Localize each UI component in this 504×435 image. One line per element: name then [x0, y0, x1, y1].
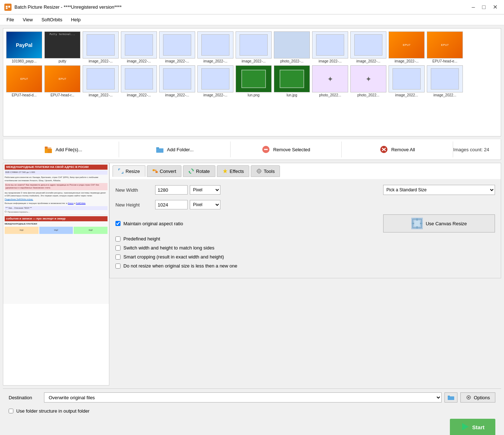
minimize-button[interactable]: –	[469, 3, 477, 11]
close-button[interactable]: ✕	[491, 3, 500, 11]
gallery-thumbnail[interactable]: image_2022-...	[83, 31, 119, 63]
svg-rect-28	[416, 226, 418, 229]
standard-size-select[interactable]: Pick a Standard Size	[383, 185, 495, 195]
gallery-thumbnail[interactable]: ✦photo_2022...	[312, 65, 348, 97]
predefined-height-label: Predefined height	[123, 236, 160, 242]
gallery-thumbnail[interactable]: image_2022...	[427, 65, 463, 97]
preview-panel: МЕЖДУНАРОДНЫЕ ПЛАТЕЖИ НА СВОЙ АДРЕС В РО…	[3, 163, 109, 386]
start-area: Start	[3, 416, 501, 435]
gallery-thumbnail[interactable]: image_2022-...	[236, 31, 272, 63]
menu-view[interactable]: View	[19, 16, 36, 23]
gallery-thumbnail[interactable]: image 2022-...	[312, 31, 348, 63]
predefined-height-checkbox[interactable]	[115, 236, 120, 242]
gallery-thumbnail[interactable]: image_2022...	[389, 65, 425, 97]
smart-cropping-checkbox[interactable]	[115, 255, 120, 260]
options-button[interactable]: Options	[460, 392, 495, 403]
svg-rect-15	[155, 171, 158, 173]
gallery-thumbnail[interactable]: EPU7image_2022-...	[389, 31, 425, 63]
gallery-thumbnail[interactable]: ✦photo_2022...	[350, 65, 386, 97]
canvas-resize-button[interactable]: Use Canvas Resize	[383, 214, 495, 232]
window-title: Batch Picture Resizer - ****Unregistered…	[14, 4, 122, 10]
tab-rotate[interactable]: Rotate	[183, 165, 215, 177]
tab-convert[interactable]: Convert	[147, 165, 182, 177]
gallery-thumbnail[interactable]: image_2022-...	[197, 31, 233, 63]
thumbnail-label: image_2022-...	[236, 59, 272, 63]
thumbnail-label: image_2022-...	[83, 59, 119, 63]
gallery-thumbnail[interactable]: image_2022-...	[197, 65, 233, 97]
switch-width-height-label: Switch width and height to match long si…	[123, 245, 214, 251]
gallery-thumbnail[interactable]: PayPal101983_payp...	[6, 31, 42, 63]
canvas-resize-icon	[411, 218, 423, 229]
menu-help[interactable]: Help	[67, 16, 84, 23]
add-folder-icon	[155, 145, 164, 154]
svg-rect-14	[153, 169, 155, 171]
tab-convert-label: Convert	[160, 169, 176, 174]
svg-marker-16	[223, 169, 227, 173]
gallery-thumbnail[interactable]: image_2022-...	[121, 65, 157, 97]
add-files-button[interactable]: Add File(s)...	[8, 142, 119, 157]
thumbnail-label: image_2022-...	[197, 93, 233, 97]
gallery-thumbnail[interactable]: lun.jpg	[274, 65, 310, 97]
preview-image: МЕЖДУНАРОДНЫЕ ПЛАТЕЖИ НА СВОЙ АДРЕС В РО…	[3, 163, 109, 304]
svg-rect-30	[448, 396, 454, 400]
thumbnail-label: photo_2022-...	[274, 59, 310, 63]
gallery-thumbnail[interactable]: image_2022-...	[350, 31, 386, 63]
svg-rect-3	[6, 8, 8, 9]
do-not-resize-label: Do not resize when original size is less…	[123, 263, 237, 269]
folder-struct-checkbox[interactable]	[9, 409, 13, 413]
start-button[interactable]: Start	[450, 419, 495, 435]
tab-tools[interactable]: Tools	[251, 165, 280, 177]
smart-cropping-row: Smart cropping (result in exact width an…	[115, 254, 495, 260]
thumbnail-label: image_2022...	[389, 93, 425, 97]
thumbnail-label: lun.png	[236, 93, 272, 97]
destination-folder-button[interactable]	[444, 392, 457, 403]
gallery-thumbnail[interactable]: lun.png	[236, 65, 272, 97]
new-width-unit-select[interactable]: Pixel Percent Inch Cm	[190, 185, 220, 195]
settings-content: New Width Pixel Percent Inch Cm Pick a S…	[109, 179, 501, 278]
thumbnail-label: image 2022-...	[312, 59, 348, 63]
canvas-resize-label: Use Canvas Resize	[426, 221, 467, 226]
gallery-thumbnail[interactable]: image_2022-...	[121, 31, 157, 63]
image-gallery[interactable]: PayPal101983_payp...Putty terminal...put…	[3, 28, 501, 136]
maintain-aspect-ratio-checkbox[interactable]	[115, 221, 120, 226]
svg-point-32	[468, 397, 469, 398]
remove-all-button[interactable]: Remove All	[342, 142, 453, 157]
new-height-input[interactable]	[155, 200, 188, 209]
thumbnail-label: photo_2022...	[312, 93, 348, 97]
remove-selected-button[interactable]: Remove Selected	[231, 142, 342, 157]
tab-resize[interactable]: Resize	[113, 165, 145, 177]
tab-effects[interactable]: Effects	[217, 165, 250, 177]
thumbnail-label: image_2022-...	[121, 93, 157, 97]
maximize-button[interactable]: □	[480, 3, 488, 11]
folder-struct-row: Use folder structure in output folder	[3, 406, 501, 416]
gallery-thumbnail[interactable]: EPU7EPU7-head-d...	[6, 65, 42, 97]
titlebar: Batch Picture Resizer - ****Unregistered…	[0, 0, 504, 14]
gallery-thumbnail[interactable]: EPU7EPU7-head-e...	[427, 31, 463, 63]
gallery-thumbnail[interactable]: image_2022-...	[83, 65, 119, 97]
svg-marker-33	[462, 423, 469, 430]
do-not-resize-checkbox[interactable]	[115, 264, 120, 269]
switch-width-height-checkbox[interactable]	[115, 245, 120, 251]
tab-tools-label: Tools	[264, 169, 275, 174]
gallery-thumbnail[interactable]: Putty terminal...putty	[44, 31, 80, 63]
thumbnail-label: image_2022...	[427, 93, 463, 97]
tab-effects-label: Effects	[230, 169, 244, 174]
new-width-input[interactable]	[155, 185, 188, 195]
menu-softorbits[interactable]: SoftOrbits	[38, 16, 66, 23]
menubar: File View SoftOrbits Help	[0, 14, 504, 25]
gallery-thumbnail[interactable]: image_2022-...	[159, 31, 195, 63]
start-icon	[461, 422, 469, 432]
menu-file[interactable]: File	[3, 16, 18, 23]
gallery-thumbnail[interactable]: photo_2022-...	[274, 31, 310, 63]
destination-area: Destination Overwrite original files Sav…	[3, 388, 501, 406]
new-height-unit-select[interactable]: Pixel Percent Inch Cm	[190, 200, 220, 209]
gallery-thumbnail[interactable]: EPU7EPU7-head-r...	[44, 65, 80, 97]
thumbnail-label: image_2022-...	[159, 93, 195, 97]
tab-rotate-label: Rotate	[196, 169, 210, 174]
thumbnail-label: 101983_payp...	[6, 59, 42, 63]
gallery-thumbnail[interactable]: image_2022-...	[159, 65, 195, 97]
tabs-container: Resize Convert Rotate	[109, 163, 501, 179]
add-folder-button[interactable]: Add Folder...	[119, 142, 231, 157]
destination-select[interactable]: Overwrite original files Save to folder …	[44, 392, 442, 403]
thumbnail-label: EPU7-head-d...	[6, 93, 42, 97]
